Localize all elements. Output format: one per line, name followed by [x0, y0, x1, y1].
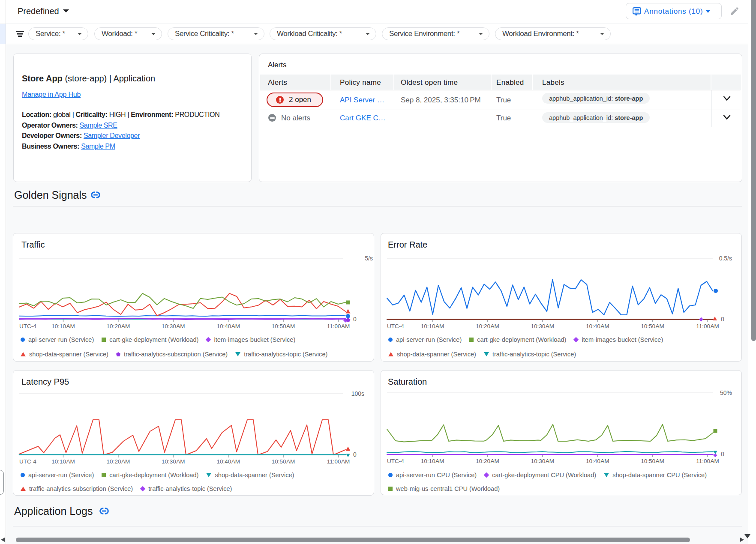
svg-text:11:00 AM: 11:00 AM — [327, 323, 350, 329]
svg-text:10:10 AM: 10:10 AM — [51, 323, 75, 329]
svg-text:10:50 AM: 10:50 AM — [641, 458, 664, 464]
svg-text:11:00 AM: 11:00 AM — [696, 323, 719, 329]
svg-text:10:10 AM: 10:10 AM — [421, 458, 444, 464]
svg-text:UTC-4: UTC-4 — [387, 323, 404, 329]
svg-text:10:30 AM: 10:30 AM — [531, 323, 555, 329]
svg-text:11:00 AM: 11:00 AM — [327, 458, 350, 465]
svg-text:10:50 AM: 10:50 AM — [272, 323, 295, 329]
svg-text:10:20 AM: 10:20 AM — [107, 323, 130, 329]
svg-text:50%: 50% — [720, 389, 732, 396]
svg-text:UTC-4: UTC-4 — [387, 458, 404, 464]
svg-text:UTC-4: UTC-4 — [19, 323, 36, 329]
svg-text:10:10 AM: 10:10 AM — [421, 323, 444, 329]
svg-text:10:50 AM: 10:50 AM — [641, 323, 664, 329]
svg-text:5/s: 5/s — [365, 255, 373, 262]
svg-text:0.5/s: 0.5/s — [719, 255, 732, 262]
svg-text:0: 0 — [721, 451, 724, 457]
svg-text:11:00 AM: 11:00 AM — [696, 458, 719, 464]
svg-text:10:40 AM: 10:40 AM — [216, 458, 240, 465]
svg-text:10:20 AM: 10:20 AM — [476, 458, 499, 464]
svg-text:0: 0 — [721, 316, 724, 323]
svg-text:0: 0 — [353, 316, 357, 323]
svg-text:10:20 AM: 10:20 AM — [107, 458, 130, 465]
svg-text:10:50 AM: 10:50 AM — [272, 458, 295, 465]
svg-text:10:20 AM: 10:20 AM — [476, 323, 499, 329]
svg-text:UTC-4: UTC-4 — [19, 458, 36, 465]
svg-text:10:30 AM: 10:30 AM — [162, 323, 185, 329]
svg-text:10:40 AM: 10:40 AM — [586, 458, 609, 464]
svg-text:10:40 AM: 10:40 AM — [586, 323, 609, 329]
svg-text:10:40 AM: 10:40 AM — [216, 323, 240, 329]
svg-text:0: 0 — [353, 451, 357, 458]
svg-text:100s: 100s — [351, 390, 364, 397]
svg-text:10:10 AM: 10:10 AM — [51, 458, 75, 465]
svg-text:10:30 AM: 10:30 AM — [531, 458, 555, 464]
svg-text:10:30 AM: 10:30 AM — [162, 458, 185, 465]
